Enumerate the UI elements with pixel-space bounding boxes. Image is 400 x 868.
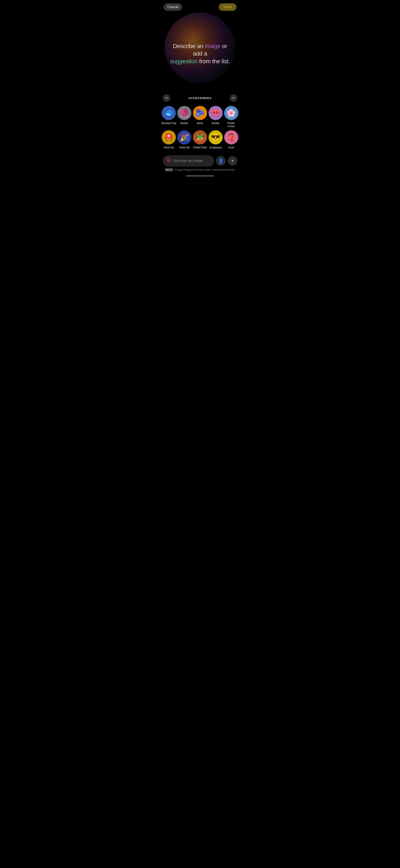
item-bowtie[interactable]: 🎀 Bowtie bbox=[208, 106, 223, 128]
beret-icon: 🫐 bbox=[195, 109, 205, 117]
item-bowtie-label: Bowtie bbox=[212, 122, 219, 125]
flower-crown-icon: 🌸 bbox=[226, 109, 236, 117]
hero-text-image: image bbox=[205, 43, 221, 49]
nav-next-button[interactable]: > bbox=[230, 94, 237, 102]
hero-text-describe: Describe an bbox=[173, 43, 205, 49]
person-icon: 👤 bbox=[218, 158, 224, 163]
item-baseball-cap-label: Baseball Cap bbox=[162, 122, 176, 125]
beanie-icon: 🧶 bbox=[180, 109, 189, 117]
item-hard-hat-label: Hard Hat bbox=[164, 146, 174, 149]
sunglasses-icon: 😎 bbox=[211, 133, 220, 141]
item-baseball-cap[interactable]: 🧢 Baseball Cap bbox=[161, 106, 176, 128]
item-sunglasses-label: Sunglasses bbox=[209, 146, 222, 149]
screen: Cancel Done Describe an image or add asu… bbox=[160, 0, 240, 179]
item-beanie[interactable]: 🧶 Beanie bbox=[177, 106, 192, 128]
bowtie-icon: 🎀 bbox=[211, 109, 220, 117]
item-flower-crown[interactable]: 🌸 Flower Crown bbox=[224, 106, 239, 128]
item-potted-plant[interactable]: 🪴 Potted Plant bbox=[193, 130, 207, 149]
item-beanie-label: Beanie bbox=[181, 122, 188, 125]
accessories-title: ACCESSORIES bbox=[188, 96, 211, 100]
item-beret[interactable]: 🫐 Beret bbox=[193, 106, 207, 128]
items-grid: 🧢 Baseball Cap 🧶 Beanie 🫐 Beret bbox=[160, 105, 240, 151]
accessories-section: < ACCESSORIES > 🧢 Baseball Cap 🧶 Beanie bbox=[160, 94, 240, 153]
top-bar: Cancel Done bbox=[160, 0, 240, 13]
done-button[interactable]: Done bbox=[219, 3, 236, 11]
beta-notice: BETA Image Playground may create unexpec… bbox=[163, 166, 237, 174]
beta-text: Image Playground may create unexpected r… bbox=[175, 168, 235, 171]
hero-text-from: from the list. bbox=[198, 58, 230, 64]
describe-input-placeholder: Describe an image bbox=[173, 159, 203, 163]
item-beret-circle: 🫐 bbox=[193, 106, 207, 120]
plus-icon: + bbox=[231, 158, 234, 163]
item-potted-plant-circle: 🪴 bbox=[193, 130, 207, 145]
item-flower-crown-label: Flower Crown bbox=[224, 122, 239, 128]
hard-hat-icon: ⛑️ bbox=[164, 133, 174, 141]
item-scarf-circle: 🧣 bbox=[224, 130, 238, 145]
potted-plant-icon: 🪴 bbox=[195, 133, 205, 141]
item-scarf[interactable]: 🧣 Scarf bbox=[224, 130, 239, 149]
octagon-svg bbox=[166, 158, 171, 163]
item-hard-hat[interactable]: ⛑️ Hard Hat bbox=[161, 130, 176, 149]
item-baseball-cap-circle: 🧢 bbox=[162, 106, 176, 120]
hero-text: Describe an image or add asuggestion fro… bbox=[168, 42, 232, 65]
bottom-bar: Describe an image 👤 + BETA Image Playgro… bbox=[160, 153, 240, 179]
hero-text-suggestion: suggestion bbox=[170, 58, 198, 64]
item-party-hat[interactable]: 🎉 Party Hat bbox=[177, 130, 192, 149]
input-row: Describe an image 👤 + bbox=[163, 155, 237, 166]
item-scarf-label: Scarf bbox=[228, 146, 234, 149]
item-party-hat-circle: 🎉 bbox=[177, 130, 192, 145]
item-flower-crown-circle: 🌸 bbox=[224, 106, 238, 120]
svg-point-0 bbox=[168, 160, 169, 161]
person-button[interactable]: 👤 bbox=[216, 156, 226, 165]
item-party-hat-label: Party Hat bbox=[179, 146, 190, 149]
cancel-button[interactable]: Cancel bbox=[164, 3, 182, 11]
scarf-icon: 🧣 bbox=[226, 133, 236, 141]
item-beret-label: Beret bbox=[197, 122, 203, 125]
nav-prev-button[interactable]: < bbox=[163, 94, 170, 102]
party-hat-icon: 🎉 bbox=[180, 133, 189, 141]
items-row-2: ⛑️ Hard Hat 🎉 Party Hat 🪴 Potted Plant bbox=[161, 129, 239, 151]
item-bowtie-circle: 🎀 bbox=[208, 106, 223, 120]
playground-icon bbox=[166, 158, 171, 164]
baseball-cap-icon: 🧢 bbox=[164, 109, 174, 117]
item-sunglasses[interactable]: 😎 Sunglasses bbox=[208, 130, 223, 149]
input-container[interactable]: Describe an image bbox=[163, 155, 214, 166]
hero-section: Describe an image or add asuggestion fro… bbox=[160, 13, 240, 94]
home-indicator bbox=[186, 176, 214, 177]
items-row-1: 🧢 Baseball Cap 🧶 Beanie 🫐 Beret bbox=[161, 105, 239, 129]
accessories-header: < ACCESSORIES > bbox=[160, 94, 240, 105]
item-hard-hat-circle: ⛑️ bbox=[162, 130, 176, 145]
add-button[interactable]: + bbox=[228, 156, 237, 165]
item-beanie-circle: 🧶 bbox=[177, 106, 192, 120]
beta-badge: BETA bbox=[165, 168, 173, 172]
item-sunglasses-circle: 😎 bbox=[208, 130, 223, 145]
item-potted-plant-label: Potted Plant bbox=[193, 146, 207, 149]
